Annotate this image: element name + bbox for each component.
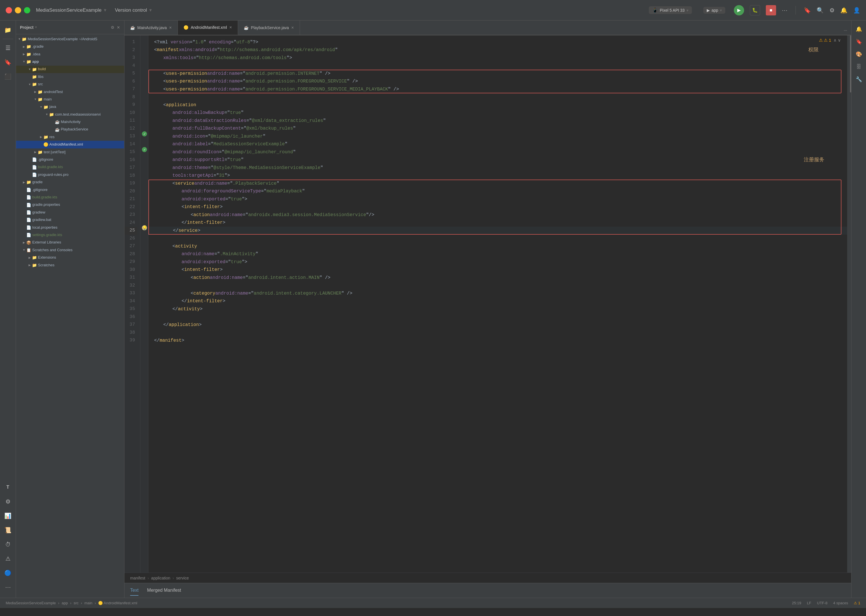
code-line-17: android:theme="@style/Theme.MediaSession… xyxy=(148,164,847,172)
folder-icon[interactable]: 📁 xyxy=(2,24,14,36)
editor-area: ☕ MainActivity.java ✕ 🟡 AndroidManifest.… xyxy=(124,20,851,598)
list-item[interactable]: 📄 settings.gradle.kts xyxy=(16,231,124,239)
tree-item-scratches[interactable]: ▶ 📁 Scratches xyxy=(16,261,124,269)
code-line-7: <uses-permission android:name="android.p… xyxy=(148,85,847,93)
tree-item-extensions[interactable]: ▶ 📁 Extensions xyxy=(16,254,124,261)
tab-text[interactable]: Text xyxy=(130,585,138,596)
list-item[interactable]: ▼ 📁 build xyxy=(16,66,124,73)
tab-mainactivity[interactable]: ☕ MainActivity.java ✕ xyxy=(124,20,178,35)
run-config-selector[interactable]: ▶ app ▾ xyxy=(703,7,725,14)
more-actions-icon[interactable]: ⋯ xyxy=(782,7,787,14)
breadcrumb-service[interactable]: service xyxy=(176,576,189,580)
tree-item-scratches-consoles[interactable]: ▼ 📋 Scratches and Consoles xyxy=(16,246,124,254)
stop-button[interactable]: ■ xyxy=(766,5,776,16)
code-editor[interactable]: 权限 注册服务 <?xml version="1.0" encoding="ut… xyxy=(148,35,847,573)
list-item[interactable]: ▼ 📁 com.test.mediasessionservi xyxy=(16,111,124,118)
profiler-icon[interactable]: ⏱ xyxy=(2,538,14,551)
list-item[interactable]: ▶ 📁 .idea xyxy=(16,50,124,58)
code-line-21: android:exported="true"> xyxy=(148,195,847,203)
status-main: main xyxy=(85,601,93,605)
status-indent: 4 spaces xyxy=(833,601,848,605)
list-item[interactable]: 📄 .gitignore xyxy=(16,156,124,163)
list-item[interactable]: ▶ 📁 androidTest xyxy=(16,88,124,96)
breadcrumb-manifest[interactable]: manifest xyxy=(130,576,145,580)
notifications-icon[interactable]: 🔔 xyxy=(840,7,847,14)
code-line-14: android:label="MediaSessionServiceExampl… xyxy=(148,140,847,148)
list-item[interactable]: ▼ 📁 java xyxy=(16,103,124,111)
scratches-label: Scratches xyxy=(38,262,55,268)
list-item[interactable]: ▶ 📁 test [unitTest] xyxy=(16,148,124,156)
database-icon[interactable]: 🗄 xyxy=(853,61,864,72)
code-line-26 xyxy=(148,235,847,243)
settings2-icon[interactable]: ⚙ xyxy=(2,495,14,508)
list-item[interactable]: ☕ MainActivity xyxy=(16,118,124,126)
tree-item-external-libraries[interactable]: ▶ 📦 External Libraries xyxy=(16,239,124,246)
tab-more-button[interactable]: ⋯ xyxy=(840,26,851,35)
debug-button[interactable]: 🐛 xyxy=(750,5,760,16)
line-numbers: 1 2 3 4 5 6 7 8 9 10 11 12 13 14 15 16 1… xyxy=(124,35,140,573)
bookmark-icon[interactable]: 🔖 xyxy=(804,7,811,14)
more-icon[interactable]: ⋯ xyxy=(2,581,14,594)
list-item[interactable]: ☕ PlaybackService xyxy=(16,126,124,133)
device-selector[interactable]: 📱 Pixel 5 API 33 ▾ xyxy=(649,6,692,14)
code-line-11: android:dataExtractionRules="@xml/data_e… xyxy=(148,117,847,125)
tab-close-playbackservice[interactable]: ✕ xyxy=(291,26,294,30)
avatar-icon[interactable]: 👤 xyxy=(853,7,860,14)
list-item[interactable]: ▼ 📁 app xyxy=(16,58,124,65)
tab-close-mainactivity[interactable]: ✕ xyxy=(169,26,172,30)
code-line-18: tools:targetApi="31"> xyxy=(148,172,847,180)
list-item[interactable]: 📄 gradle.properties xyxy=(16,201,124,209)
list-item[interactable]: ▶ 📁 .gradle xyxy=(16,43,124,50)
structure-icon[interactable]: ⬛ xyxy=(2,70,14,83)
code-line-29: android:exported="true"> xyxy=(148,258,847,266)
deploy-icon[interactable]: 🔵 xyxy=(2,566,14,580)
scrollbar-thumb[interactable] xyxy=(850,35,851,93)
close-panel-icon[interactable]: ✕ xyxy=(117,25,120,30)
code-line-35: </activity> xyxy=(148,305,847,313)
list-item[interactable]: 📄 gradlew xyxy=(16,209,124,216)
list-item[interactable]: 📄 build.gradle.kts xyxy=(16,163,124,171)
list-item[interactable]: 📁 libs xyxy=(16,73,124,80)
code-line-8 xyxy=(148,93,847,101)
code-line-33: <category android:name="android.intent.c… xyxy=(148,289,847,297)
tab-androidmanifest[interactable]: 🟡 AndroidManifest.xml ✕ xyxy=(178,20,238,35)
list-item[interactable]: 📄 proguard-rules.pro xyxy=(16,171,124,178)
commit-icon[interactable]: ☰ xyxy=(2,41,14,55)
settings-icon[interactable]: ⚙ xyxy=(830,7,835,14)
minimap-scrollbar[interactable] xyxy=(847,35,851,573)
tree-item-androidmanifest[interactable]: 🟡 AndroidManifest.xml xyxy=(16,141,124,148)
list-item[interactable]: 📄 local.properties xyxy=(16,224,124,231)
gear-icon[interactable]: ⚙ xyxy=(111,25,115,30)
tab-close-androidmanifest[interactable]: ✕ xyxy=(229,25,232,30)
list-item[interactable]: ▼ 📁 src xyxy=(16,80,124,88)
close-button[interactable] xyxy=(6,7,12,13)
app-title: MediaSessionServiceExample ▾ xyxy=(36,7,107,13)
list-item[interactable]: 📄 .gitignore xyxy=(16,186,124,193)
run-button[interactable]: ▶ xyxy=(734,5,744,16)
list-item[interactable]: 📄 build.gradle.kts xyxy=(16,193,124,201)
text-icon[interactable]: T xyxy=(2,481,14,494)
list-item[interactable]: ▶ 📁 gradle xyxy=(16,178,124,186)
breadcrumb-application[interactable]: application xyxy=(151,576,170,580)
tab-playbackservice[interactable]: ☕ PlaybackService.java ✕ xyxy=(238,20,300,35)
vcs-title[interactable]: Version control ▾ xyxy=(115,7,152,13)
titlebar-icons: 📱 Pixel 5 API 33 ▾ ▶ app ▾ ▶ 🐛 ■ ⋯ 🔖 🔍 ⚙… xyxy=(646,5,860,16)
code-line-12: android:fullBackupContent="@xml/backup_r… xyxy=(148,125,847,133)
palette-icon[interactable]: 🎨 xyxy=(853,49,864,60)
tree-root[interactable]: ▼ 📁 MediaSessionServiceExample ~/Android… xyxy=(16,35,124,43)
bookmarks-icon[interactable]: 🔖 xyxy=(2,56,14,69)
notifications-panel-icon[interactable]: 🔔 xyxy=(853,24,864,35)
gradle-panel-icon[interactable]: 🔧 xyxy=(853,74,864,85)
logcat-icon[interactable]: 📜 xyxy=(2,523,14,537)
search-icon[interactable]: 🔍 xyxy=(817,7,824,14)
bookmark-panel-icon[interactable]: 🔖 xyxy=(853,36,864,47)
list-item[interactable]: ▶ 📁 res xyxy=(16,133,124,141)
lint-icon[interactable]: ⚠ xyxy=(2,552,14,565)
minimize-button[interactable] xyxy=(15,7,21,13)
tab-merged-manifest[interactable]: Merged Manifest xyxy=(147,585,181,596)
maximize-button[interactable] xyxy=(24,7,30,13)
gutter: ✓ ✓ 💡 xyxy=(140,35,148,573)
list-item[interactable]: 📄 gradlew.bat xyxy=(16,216,124,223)
list-item[interactable]: ▼ 📁 main xyxy=(16,96,124,103)
metrics-icon[interactable]: 📊 xyxy=(2,509,14,522)
